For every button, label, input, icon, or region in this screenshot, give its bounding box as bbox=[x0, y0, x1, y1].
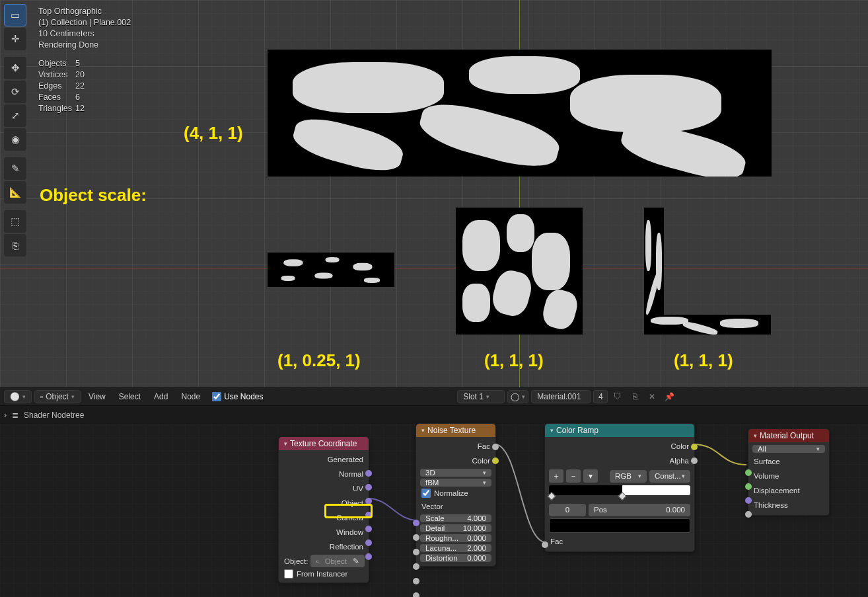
object-picker[interactable]: ▫ Object ✎ bbox=[310, 555, 365, 567]
socket-out[interactable] bbox=[365, 498, 372, 504]
socket-in[interactable] bbox=[413, 520, 419, 526]
socket-out[interactable] bbox=[365, 526, 372, 532]
plane-object[interactable] bbox=[456, 208, 583, 335]
node-title-text: Color Ramp bbox=[556, 426, 598, 435]
pin-icon[interactable]: 📌 bbox=[662, 390, 676, 403]
socket-out[interactable] bbox=[691, 458, 698, 464]
ramp-tools-dropdown[interactable]: ▾ bbox=[583, 469, 598, 483]
menu-select[interactable]: Select bbox=[114, 390, 146, 403]
from-instancer-checkbox[interactable] bbox=[284, 569, 293, 578]
ramp-colorspace-dropdown[interactable]: RGB▾ bbox=[610, 470, 647, 483]
ramp-pos-field[interactable]: Pos0.000 bbox=[589, 504, 690, 516]
lacunarity-field[interactable]: Lacuna...2.000 bbox=[420, 544, 491, 552]
use-nodes-toggle[interactable]: Use Nodes bbox=[208, 392, 267, 401]
stat-label: Vertices bbox=[38, 69, 75, 81]
socket-out[interactable] bbox=[365, 484, 372, 491]
node-title[interactable]: ▾Texture Coordinate bbox=[279, 437, 369, 450]
menu-add[interactable]: Add bbox=[149, 390, 173, 403]
material-name: Material.001 bbox=[537, 392, 581, 401]
node-title[interactable]: ▾Color Ramp bbox=[545, 424, 694, 437]
close-icon[interactable]: ✕ bbox=[645, 390, 659, 403]
node-texture-coordinate[interactable]: ▾Texture Coordinate Generated Normal UV … bbox=[278, 436, 369, 583]
socket-out[interactable] bbox=[365, 512, 372, 518]
add-cube-icon[interactable]: ⬚ bbox=[4, 210, 26, 233]
output-color: Color bbox=[472, 457, 490, 465]
menu-view[interactable]: View bbox=[83, 390, 111, 403]
ramp-interpolation-dropdown[interactable]: Const...▾ bbox=[649, 470, 690, 483]
detail-field[interactable]: Detail10.000 bbox=[420, 524, 491, 532]
material-users[interactable]: 4 bbox=[593, 390, 608, 403]
menu-node[interactable]: Node bbox=[176, 390, 205, 403]
socket-in[interactable] bbox=[413, 578, 419, 584]
socket-in[interactable] bbox=[413, 563, 419, 570]
stat-label: Objects bbox=[38, 58, 75, 69]
noise-type-dropdown[interactable]: fBM▾ bbox=[420, 479, 491, 487]
socket-out[interactable] bbox=[365, 553, 372, 560]
annotate-icon[interactable]: ✎ bbox=[4, 157, 26, 180]
move-icon[interactable]: ✥ bbox=[4, 57, 26, 79]
breadcrumb-item[interactable]: Shader Nodetree bbox=[24, 411, 84, 420]
select-box-icon[interactable]: ▭ bbox=[4, 4, 26, 26]
plane-object[interactable] bbox=[268, 253, 394, 287]
material-name-field[interactable]: Material.001 bbox=[531, 390, 591, 403]
input-volume: Volume bbox=[754, 472, 779, 480]
color-ramp-gradient[interactable] bbox=[549, 485, 690, 495]
material-slot-dropdown[interactable]: Slot 1▾ bbox=[457, 390, 505, 403]
socket-in[interactable] bbox=[745, 483, 752, 490]
ramp-stop-index[interactable]: 0 bbox=[549, 504, 586, 516]
node-color-ramp[interactable]: ▾Color Ramp Color Alpha ＋ － ▾ RGB▾ Const… bbox=[544, 423, 695, 552]
measure-icon[interactable]: 📐 bbox=[4, 181, 26, 204]
node-material-output[interactable]: ▾Material Output All▾ Surface Volume Dis… bbox=[748, 428, 830, 516]
socket-in[interactable] bbox=[745, 497, 752, 504]
roughness-field[interactable]: Roughn...0.000 bbox=[420, 534, 491, 542]
node-breadcrumb: › ≣ Shader Nodetree bbox=[0, 406, 868, 424]
copy-icon[interactable]: ⎘ bbox=[628, 390, 642, 403]
socket-in[interactable] bbox=[413, 549, 419, 555]
socket-out[interactable] bbox=[365, 470, 372, 477]
mode-dropdown[interactable]: ▫ Object ▾ bbox=[34, 390, 81, 403]
socket-in[interactable] bbox=[413, 592, 419, 597]
node-title[interactable]: ▾Material Output bbox=[748, 429, 829, 442]
socket-out[interactable] bbox=[492, 458, 499, 464]
plane-object[interactable] bbox=[268, 50, 772, 177]
normalize-toggle[interactable]: Normalize bbox=[420, 489, 491, 498]
annotation-title: Object scale: bbox=[40, 185, 147, 206]
link-icon[interactable]: ⎘ bbox=[4, 234, 26, 257]
socket-out[interactable] bbox=[691, 444, 698, 450]
output-target-dropdown[interactable]: All▾ bbox=[752, 445, 825, 453]
stat-value: 5 bbox=[75, 58, 80, 69]
ramp-remove-stop[interactable]: － bbox=[566, 469, 581, 483]
chevron-right-icon[interactable]: › bbox=[4, 411, 7, 420]
transform-icon[interactable]: ◉ bbox=[4, 128, 26, 151]
socket-in[interactable] bbox=[542, 541, 548, 548]
node-title[interactable]: ▾Noise Texture bbox=[416, 424, 495, 437]
viewport-stats: Objects5 Vertices20 Edges22 Faces6 Trian… bbox=[38, 58, 85, 114]
dimensions-dropdown[interactable]: 3D▾ bbox=[420, 469, 491, 477]
distortion-field[interactable]: Distortion0.000 bbox=[420, 554, 491, 562]
normalize-checkbox[interactable] bbox=[421, 489, 431, 498]
socket-out[interactable] bbox=[492, 444, 499, 450]
editor-type-dropdown[interactable]: ⚪▾ bbox=[4, 390, 32, 403]
view-name: Top Orthographic bbox=[38, 6, 131, 17]
shield-icon[interactable]: ⛉ bbox=[610, 390, 625, 403]
socket-in[interactable] bbox=[745, 511, 752, 518]
socket-out[interactable] bbox=[365, 539, 372, 546]
ramp-color-swatch[interactable] bbox=[549, 518, 690, 533]
scale-field[interactable]: Scale4.000 bbox=[420, 514, 491, 522]
node-editor-canvas[interactable]: ▾Texture Coordinate Generated Normal UV … bbox=[0, 424, 868, 597]
rotate-icon[interactable]: ⟳ bbox=[4, 81, 26, 103]
plane-object[interactable] bbox=[644, 315, 771, 335]
ramp-add-stop[interactable]: ＋ bbox=[549, 469, 563, 483]
from-instancer-toggle[interactable]: From Instancer bbox=[283, 569, 365, 578]
material-browse[interactable]: ◯▾ bbox=[507, 390, 528, 403]
socket-in[interactable] bbox=[413, 534, 419, 541]
scale-icon[interactable]: ⤢ bbox=[4, 104, 26, 127]
socket-in[interactable] bbox=[745, 469, 752, 476]
node-title-text: Noise Texture bbox=[427, 426, 476, 435]
viewport-3d[interactable]: ▭ ✛ ✥ ⟳ ⤢ ◉ ✎ 📐 ⬚ ⎘ Top Orthographic (1)… bbox=[0, 0, 868, 387]
annotation-scale-1: (4, 1, 1) bbox=[184, 123, 243, 143]
cursor-icon[interactable]: ✛ bbox=[4, 28, 26, 50]
use-nodes-checkbox[interactable] bbox=[212, 392, 221, 401]
node-noise-texture[interactable]: ▾Noise Texture Fac Color 3D▾ fBM▾ Normal… bbox=[416, 423, 496, 567]
input-displacement: Displacement bbox=[754, 487, 800, 495]
